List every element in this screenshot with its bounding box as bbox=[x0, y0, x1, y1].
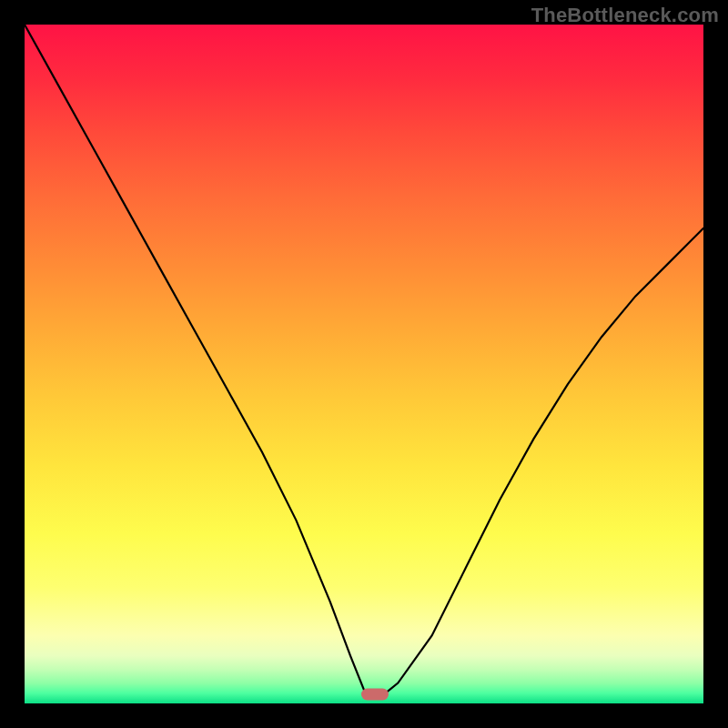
curve-path bbox=[25, 25, 703, 694]
plot-area bbox=[25, 25, 703, 703]
watermark-text: TheBottleneck.com bbox=[531, 4, 719, 27]
bottleneck-curve bbox=[25, 25, 703, 703]
optimal-marker-icon bbox=[361, 689, 389, 701]
chart-frame: TheBottleneck.com bbox=[0, 0, 728, 728]
